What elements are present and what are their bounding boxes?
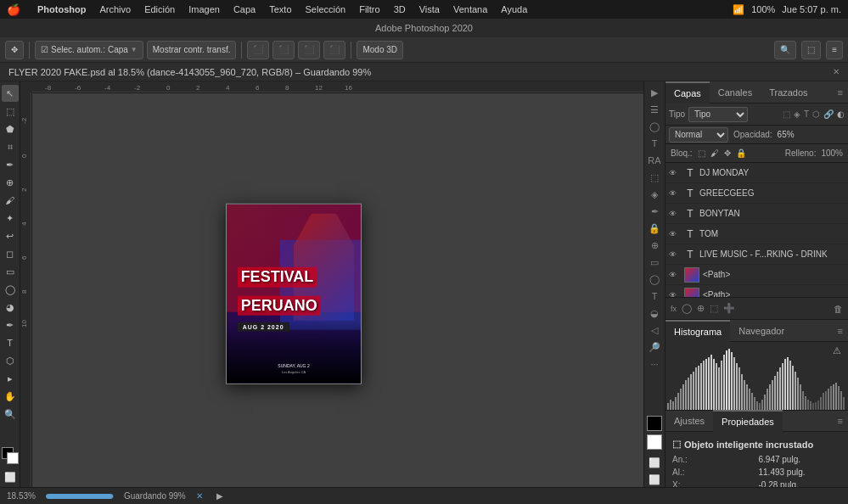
more-options-btn[interactable]: ≡ — [826, 41, 843, 59]
tab-navegador[interactable]: Navegador — [730, 320, 793, 342]
lasso-tool[interactable]: ⬟ — [2, 120, 19, 137]
strip-btn-8[interactable]: ✒ — [647, 204, 662, 219]
mask-btn[interactable]: ⬜ — [647, 455, 662, 470]
canvas-area[interactable]: FESTIVAL PERUANO AUG 2 2020 SUNDAY, AUG … — [32, 93, 643, 487]
lock-image-btn[interactable]: 🖌 — [710, 148, 719, 158]
menu-texto[interactable]: Texto — [269, 4, 291, 14]
new-group-btn[interactable]: ⬚ — [710, 303, 718, 314]
hand-tool[interactable]: ✋ — [2, 388, 19, 405]
healing-tool[interactable]: ⊕ — [2, 174, 19, 191]
screen-btn[interactable]: ⬜ — [647, 472, 662, 487]
history-tool[interactable]: ↩ — [2, 227, 19, 244]
blur-tool[interactable]: ◯ — [2, 281, 19, 298]
tab-histograma[interactable]: Histograma — [665, 320, 730, 342]
filter-text-btn[interactable]: T — [804, 109, 809, 119]
filter-smart-btn[interactable]: 🔗 — [823, 109, 834, 119]
strip-btn-6[interactable]: ⬚ — [647, 170, 662, 185]
layer-item[interactable]: 👁TBONYTAN — [665, 204, 848, 224]
menu-ayuda[interactable]: Ayuda — [501, 4, 527, 14]
eraser-tool[interactable]: ◻ — [2, 245, 19, 262]
layer-visibility-btn[interactable]: 👁 — [669, 189, 681, 198]
fx-icon[interactable]: fx — [671, 305, 677, 313]
menu-3d[interactable]: 3D — [394, 4, 406, 14]
eyedropper-tool[interactable]: ✒ — [2, 156, 19, 173]
add-mask-btn[interactable]: ◯ — [682, 303, 692, 314]
layer-visibility-btn[interactable]: 👁 — [669, 210, 681, 218]
quick-mask-btn[interactable]: ⬜ — [2, 468, 19, 485]
dodge-tool[interactable]: ◕ — [2, 299, 19, 316]
brush-tool[interactable]: 🖌 — [2, 192, 19, 209]
auto-select-toggle[interactable]: ☑ Selec. autom.: Capa ▼ — [35, 41, 143, 59]
gradient-tool[interactable]: ▭ — [2, 263, 19, 280]
cancel-save-btn[interactable]: ✕ — [196, 491, 203, 501]
layer-item[interactable]: 👁<Path> — [665, 285, 848, 297]
strip-btn-3[interactable]: ◯ — [647, 119, 662, 134]
background-color[interactable] — [7, 452, 19, 464]
menu-edicion[interactable]: Edición — [144, 4, 175, 14]
menu-archivo[interactable]: Archivo — [99, 4, 131, 14]
strip-btn-17[interactable]: ··· — [647, 356, 662, 372]
menu-imagen[interactable]: Imagen — [188, 4, 220, 14]
histogram-menu-btn[interactable]: ≡ — [838, 326, 848, 336]
strip-btn-16[interactable]: 🔎 — [647, 339, 662, 355]
filter-adj-btn[interactable]: ◈ — [794, 109, 800, 119]
tab-ajustes[interactable]: Ajustes — [665, 410, 713, 432]
layer-visibility-btn[interactable]: 👁 — [669, 250, 681, 259]
panel-menu-btn[interactable]: ≡ — [838, 87, 848, 98]
tab-trazados[interactable]: Trazados — [761, 81, 816, 104]
layer-visibility-btn[interactable]: 👁 — [669, 230, 681, 238]
layer-item[interactable]: 👁TDJ MONDAY — [665, 163, 848, 183]
strip-btn-4[interactable]: T — [647, 136, 662, 151]
new-fill-btn[interactable]: ⊕ — [697, 303, 705, 314]
filter-toggle-btn[interactable]: ◐ — [837, 109, 845, 119]
strip-btn-1[interactable]: ▶ — [647, 85, 662, 100]
layer-item[interactable]: 👁<Path> — [665, 265, 848, 285]
strip-btn-2[interactable]: ☰ — [647, 102, 662, 117]
layer-visibility-btn[interactable]: 👁 — [669, 291, 681, 298]
zoom-tool[interactable]: 🔍 — [2, 406, 19, 423]
menu-seleccion[interactable]: Selección — [306, 4, 346, 14]
layer-item[interactable]: 👁TLIVE MUSIC - F...RKING - DRINK — [665, 244, 848, 265]
select-tool[interactable]: ⬚ — [2, 103, 19, 120]
bg-color[interactable] — [647, 434, 662, 450]
layer-item[interactable]: 👁TGREECGEEG — [665, 183, 848, 204]
menu-capa[interactable]: Capa — [233, 4, 256, 14]
menu-filtro[interactable]: Filtro — [359, 4, 379, 14]
strip-btn-7[interactable]: ◈ — [647, 187, 662, 202]
search-btn[interactable]: 🔍 — [774, 41, 796, 59]
strip-btn-13[interactable]: T — [647, 288, 662, 304]
pen-tool[interactable]: ✒ — [2, 316, 19, 333]
strip-btn-9[interactable]: 🔒 — [647, 221, 662, 236]
strip-btn-12[interactable]: ◯ — [647, 272, 662, 287]
path-select-tool[interactable]: ▸ — [2, 370, 19, 387]
apple-menu[interactable]: 🍎 — [7, 3, 20, 16]
lock-position-btn[interactable]: ✥ — [724, 148, 731, 158]
menu-vista[interactable]: Vista — [419, 4, 440, 14]
clone-tool[interactable]: ✦ — [2, 210, 19, 227]
tab-propiedades[interactable]: Propiedades — [713, 410, 783, 432]
strip-btn-15[interactable]: ◁ — [647, 322, 662, 338]
move-tool-btn[interactable]: ✥ — [5, 41, 24, 59]
delete-layer-btn[interactable]: 🗑 — [834, 304, 843, 314]
fill-value[interactable]: 100% — [821, 148, 843, 158]
align-left-btn[interactable]: ⬛ — [247, 41, 269, 59]
tab-capas[interactable]: Capas — [665, 81, 710, 104]
shape-tool[interactable]: ⬡ — [2, 352, 19, 369]
tab-canales[interactable]: Canales — [710, 81, 761, 104]
lock-transparent-btn[interactable]: ⬚ — [698, 148, 705, 158]
align-right-btn[interactable]: ⬛ — [298, 41, 320, 59]
document-tab[interactable]: FLYER 2020 FAKE.psd al 18.5% (dance-4143… — [0, 63, 848, 81]
fg-color[interactable] — [647, 416, 662, 431]
text-tool[interactable]: T — [2, 334, 19, 351]
strip-btn-10[interactable]: ⊕ — [647, 238, 662, 253]
new-layer-btn[interactable]: ➕ — [723, 303, 735, 314]
opacity-value[interactable]: 65% — [778, 130, 795, 139]
layer-visibility-btn[interactable]: 👁 — [669, 271, 681, 279]
strip-btn-11[interactable]: ▭ — [647, 255, 662, 270]
show-transform-btn[interactable]: Mostrar contr. transf. — [147, 41, 237, 59]
strip-btn-14[interactable]: ◒ — [647, 305, 662, 321]
filter-shape-btn[interactable]: ⬡ — [812, 109, 820, 119]
move-tool[interactable]: ↖ — [2, 85, 19, 102]
menu-ventana[interactable]: Ventana — [453, 4, 487, 14]
strip-btn-5[interactable]: RA — [647, 153, 662, 168]
